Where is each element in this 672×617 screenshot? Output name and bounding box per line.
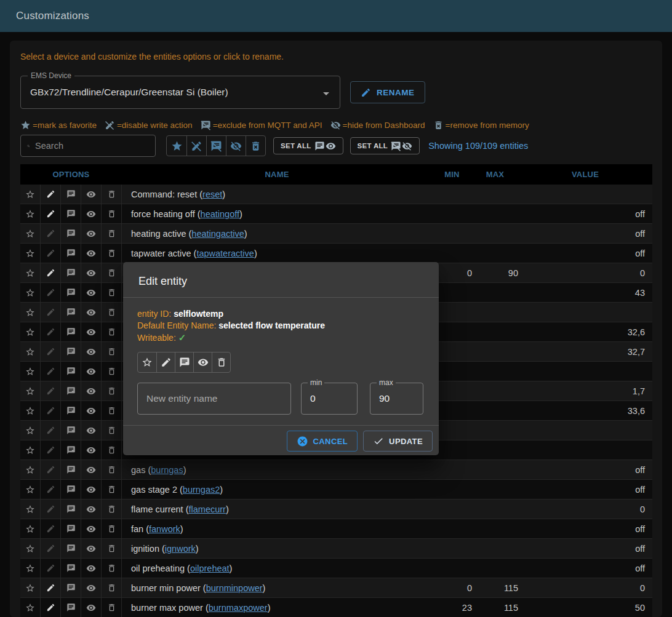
visibility-icon-button[interactable] (81, 283, 102, 302)
cancel-button[interactable]: CANCEL (287, 431, 358, 452)
comment-icon-button[interactable] (61, 362, 81, 381)
comment-icon-button[interactable] (61, 480, 81, 499)
delete-icon-button[interactable] (102, 381, 122, 400)
favorite-icon-button[interactable] (20, 283, 41, 302)
entity-id-link[interactable]: heatingoff (201, 209, 239, 219)
edit-off-filter-button[interactable] (186, 136, 206, 156)
delete-icon-button[interactable] (102, 598, 122, 617)
max-input[interactable] (370, 383, 423, 414)
delete-icon-button[interactable] (102, 539, 122, 558)
favorite-icon-button[interactable] (20, 460, 41, 479)
edit-icon-button[interactable] (41, 421, 61, 440)
favorite-icon-button[interactable] (20, 263, 41, 282)
visibility-icon-button[interactable] (81, 401, 102, 420)
favorite-icon-button[interactable] (20, 185, 41, 204)
comment-icon-button[interactable] (61, 244, 81, 263)
delete-icon-button[interactable] (102, 244, 122, 263)
comment-icon-button[interactable] (61, 539, 81, 558)
edit-icon-button[interactable] (41, 303, 61, 322)
delete-toggle-button[interactable] (212, 352, 230, 372)
comment-icon-button[interactable] (61, 322, 81, 341)
favorite-icon-button[interactable] (20, 204, 41, 223)
visibility-icon-button[interactable] (81, 244, 102, 263)
delete-forever-filter-button[interactable] (246, 136, 265, 156)
edit-icon-button[interactable] (41, 480, 61, 499)
edit-icon-button[interactable] (41, 362, 61, 381)
favorite-icon-button[interactable] (20, 244, 41, 263)
favorite-icon-button[interactable] (20, 342, 41, 361)
favorite-icon-button[interactable] (20, 381, 41, 400)
edit-icon-button[interactable] (41, 342, 61, 361)
edit-toggle-button[interactable] (156, 352, 175, 372)
update-button[interactable]: UPDATE (363, 431, 433, 452)
favorite-icon-button[interactable] (20, 539, 41, 558)
edit-icon-button[interactable] (41, 559, 61, 578)
delete-icon-button[interactable] (102, 362, 122, 381)
visibility-icon-button[interactable] (81, 381, 102, 400)
delete-icon-button[interactable] (102, 322, 122, 341)
delete-icon-button[interactable] (102, 519, 122, 538)
visibility-icon-button[interactable] (81, 421, 102, 440)
visibility-icon-button[interactable] (81, 480, 102, 499)
favorite-toggle-button[interactable] (138, 352, 156, 372)
edit-icon-button[interactable] (41, 204, 61, 223)
edit-icon-button[interactable] (41, 381, 61, 400)
comment-icon-button[interactable] (61, 342, 81, 361)
favorite-icon-button[interactable] (20, 519, 41, 538)
edit-icon-button[interactable] (41, 500, 61, 519)
comment-icon-button[interactable] (61, 519, 81, 538)
delete-icon-button[interactable] (102, 500, 122, 519)
delete-icon-button[interactable] (102, 342, 122, 361)
edit-icon-button[interactable] (41, 578, 61, 597)
delete-icon-button[interactable] (102, 204, 122, 223)
comment-icon-button[interactable] (61, 578, 81, 597)
visibility-icon-button[interactable] (81, 460, 102, 479)
comment-icon-button[interactable] (61, 500, 81, 519)
delete-icon-button[interactable] (102, 401, 122, 420)
visibility-icon-button[interactable] (81, 519, 102, 538)
entity-id-link[interactable]: fanwork (149, 524, 180, 534)
visibility-icon-button[interactable] (81, 598, 102, 617)
star-filter-button[interactable] (167, 136, 186, 156)
entity-id-link[interactable]: flamecurr (188, 504, 225, 514)
comment-icon-button[interactable] (61, 460, 81, 479)
edit-icon-button[interactable] (41, 440, 61, 460)
comment-icon-button[interactable] (61, 440, 81, 460)
entity-id-link[interactable]: burngas (151, 465, 183, 475)
min-input[interactable] (302, 383, 357, 414)
favorite-icon-button[interactable] (20, 401, 41, 420)
visibility-icon-button[interactable] (81, 303, 102, 322)
entity-id-link[interactable]: tapwateractive (196, 249, 254, 258)
entity-id-link[interactable]: burnminpower (206, 583, 263, 593)
visibility-icon-button[interactable] (81, 539, 102, 558)
edit-icon-button[interactable] (41, 244, 61, 263)
delete-icon-button[interactable] (102, 224, 122, 243)
visibility-icon-button[interactable] (81, 263, 102, 282)
new-name-input[interactable] (138, 383, 290, 414)
edit-icon-button[interactable] (41, 519, 61, 538)
favorite-icon-button[interactable] (20, 303, 41, 322)
ems-device-select[interactable]: EMS Device GBx72/Trendline/Cerapur/Green… (20, 76, 340, 109)
delete-icon-button[interactable] (102, 303, 122, 322)
delete-icon-button[interactable] (102, 283, 122, 302)
comment-toggle-button[interactable] (175, 352, 193, 372)
visibility-off-filter-button[interactable] (226, 136, 246, 156)
set-all-hide-button[interactable]: SET ALL (350, 137, 420, 154)
comment-icon-button[interactable] (61, 421, 81, 440)
entity-id-link[interactable]: reset (202, 189, 222, 199)
favorite-icon-button[interactable] (20, 578, 41, 597)
delete-icon-button[interactable] (102, 421, 122, 440)
favorite-icon-button[interactable] (20, 500, 41, 519)
favorite-icon-button[interactable] (20, 362, 41, 381)
visibility-icon-button[interactable] (81, 362, 102, 381)
favorite-icon-button[interactable] (20, 480, 41, 499)
favorite-icon-button[interactable] (20, 598, 41, 617)
visibility-icon-button[interactable] (81, 440, 102, 460)
edit-icon-button[interactable] (41, 185, 61, 204)
entity-id-link[interactable]: ignwork (165, 544, 196, 554)
comment-icon-button[interactable] (61, 283, 81, 302)
visibility-toggle-button[interactable] (193, 352, 212, 372)
comment-icon-button[interactable] (61, 381, 81, 400)
visibility-icon-button[interactable] (81, 224, 102, 243)
comment-icon-button[interactable] (61, 224, 81, 243)
